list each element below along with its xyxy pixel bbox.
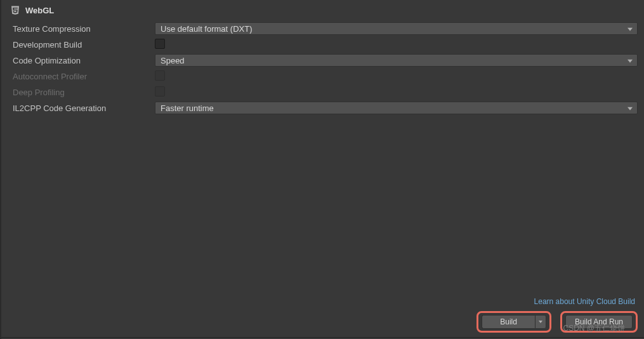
label-development-build: Development Build xyxy=(8,40,155,50)
row-autoconnect-profiler: Autoconnect Profiler xyxy=(8,69,638,83)
html5-icon xyxy=(10,5,20,15)
build-dropdown-caret[interactable] xyxy=(535,315,546,329)
highlight-build: Build xyxy=(476,311,551,333)
label-autoconnect-profiler: Autoconnect Profiler xyxy=(8,72,155,81)
label-texture-compression: Texture Compression xyxy=(8,24,155,34)
dropdown-il2cpp-code-generation[interactable]: Faster runtime xyxy=(155,102,638,114)
checkbox-autoconnect-profiler xyxy=(155,70,165,81)
build-button[interactable]: Build xyxy=(482,315,535,329)
dropdown-code-optimization[interactable]: Speed xyxy=(155,54,638,67)
label-deep-profiling: Deep Profiling xyxy=(8,88,155,97)
row-il2cpp-code-generation: IL2CPP Code Generation Faster runtime xyxy=(8,101,638,115)
row-code-optimization: Code Optimization Speed xyxy=(8,53,638,67)
label-code-optimization: Code Optimization xyxy=(8,56,155,65)
panel-header: WebGL xyxy=(8,5,638,15)
build-and-run-button[interactable]: Build And Run xyxy=(565,315,633,329)
checkbox-development-build[interactable] xyxy=(155,39,165,49)
label-il2cpp-code-generation: IL2CPP Code Generation xyxy=(8,103,155,113)
row-development-build: Development Build xyxy=(8,37,638,51)
learn-cloud-build-link[interactable]: Learn about Unity Cloud Build xyxy=(534,297,635,306)
webgl-settings-panel: WebGL Texture Compression Use default fo… xyxy=(0,0,644,339)
checkbox-deep-profiling xyxy=(155,86,165,96)
panel-title: WebGL xyxy=(25,6,54,15)
row-deep-profiling: Deep Profiling xyxy=(8,85,638,99)
row-texture-compression: Texture Compression Use default format (… xyxy=(8,22,638,36)
button-row: Build Build And Run xyxy=(476,311,638,333)
dropdown-texture-compression[interactable]: Use default format (DXT) xyxy=(155,22,638,35)
bottom-divider xyxy=(1,337,644,338)
footer-area: Learn about Unity Cloud Build Build Buil… xyxy=(8,297,638,333)
highlight-build-and-run: Build And Run xyxy=(560,311,638,333)
